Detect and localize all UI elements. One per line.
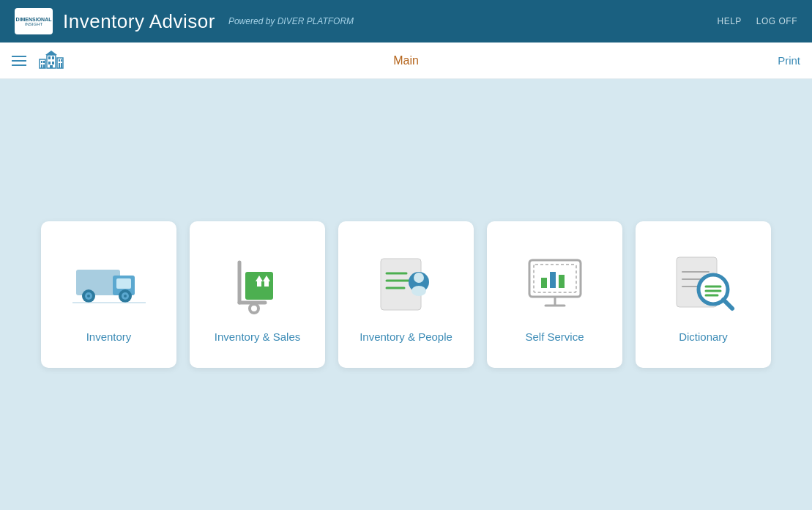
logout-link[interactable]: LOG OFF [756,16,797,26]
svg-rect-44 [559,275,565,288]
help-link[interactable]: HELP [717,16,741,26]
truck-icon [72,248,146,321]
card-inventory[interactable]: Inventory [41,221,176,368]
monitor-chart-icon [518,248,592,321]
svg-rect-8 [48,62,51,64]
svg-line-55 [723,300,732,308]
header: DIMENSIONAL INSIGHT Inventory Advisor Po… [0,0,812,42]
hamburger-line [12,64,26,66]
cart-icon [221,248,294,321]
svg-point-39 [411,286,426,296]
svg-rect-14 [61,59,62,62]
svg-rect-19 [116,278,131,289]
app-subtitle: Powered by DIVER PLATFORM [228,16,354,26]
menu-button[interactable] [12,56,26,66]
card-inventory-sales[interactable]: Inventory & Sales [190,221,325,368]
svg-rect-42 [541,278,547,288]
svg-rect-9 [52,62,54,64]
logo-text-top: DIMENSIONAL [16,17,52,22]
svg-rect-13 [59,59,60,62]
card-self-service-label: Self Service [525,330,584,344]
svg-marker-11 [45,51,57,55]
logo: DIMENSIONAL INSIGHT [15,8,53,34]
svg-rect-7 [52,56,54,59]
cards-container: Inventory Inventory & Sal [41,221,771,368]
app-title: Inventory Advisor [63,10,215,33]
svg-rect-16 [61,63,62,68]
page-title: Main [393,54,419,67]
toolbar-left [12,49,64,73]
svg-point-29 [250,304,258,313]
main-content: Inventory Inventory & Sal [0,79,812,510]
svg-point-22 [87,295,90,298]
home-icon[interactable] [38,49,64,73]
header-right: HELP LOG OFF [717,16,797,26]
card-self-service[interactable]: Self Service [487,221,622,368]
hamburger-line [12,60,26,62]
header-left: DIMENSIONAL INSIGHT Inventory Advisor Po… [15,8,354,34]
card-inventory-people[interactable]: Inventory & People [338,221,474,368]
card-inventory-sales-label: Inventory & Sales [215,330,301,344]
svg-rect-1 [41,61,42,63]
card-inventory-people-label: Inventory & People [360,330,452,344]
svg-rect-3 [41,64,42,68]
svg-rect-4 [43,64,45,68]
print-button[interactable]: Print [778,54,800,67]
svg-rect-15 [59,63,60,68]
magnify-doc-icon [667,248,740,321]
svg-rect-43 [550,272,556,288]
svg-rect-2 [43,61,45,63]
card-dictionary[interactable]: Dictionary [636,221,771,368]
person-doc-icon [370,248,443,321]
card-dictionary-label: Dictionary [679,330,728,344]
toolbar: Main Print [0,42,812,79]
hamburger-line [12,56,26,57]
logo-text-bottom: INSIGHT [25,22,42,26]
card-inventory-label: Inventory [86,330,132,344]
svg-point-25 [124,295,127,298]
svg-point-38 [414,273,424,283]
svg-rect-10 [50,65,53,68]
svg-rect-6 [48,56,51,59]
